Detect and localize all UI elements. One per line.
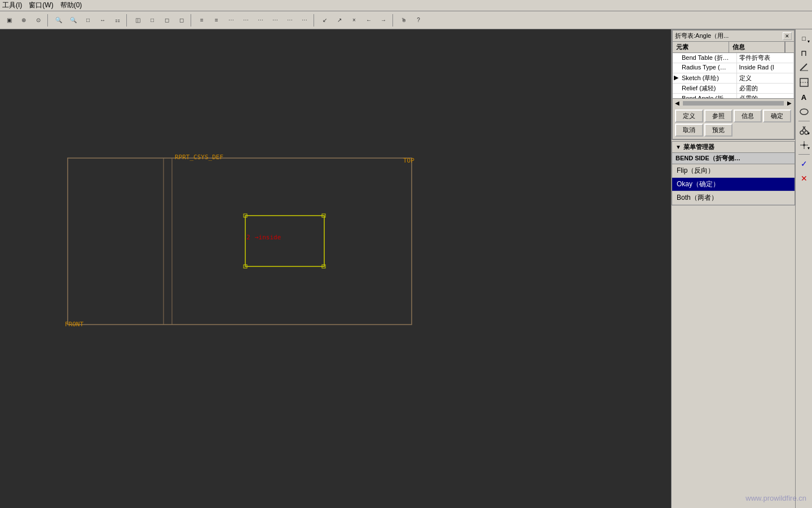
ft-arrow-3	[673, 84, 679, 93]
tb-dot2[interactable]: ⋯	[239, 14, 253, 27]
tb-line1[interactable]: ≡	[195, 14, 209, 27]
checkmark-icon: ✓	[801, 159, 807, 168]
svg-point-12	[800, 131, 804, 134]
main-layout: RPRT_CSYS_DEF TOP FRONT →inside 2 折弯表:An…	[0, 29, 812, 508]
ok-button[interactable]: 确定	[763, 110, 791, 122]
scroll-track[interactable]	[683, 101, 784, 106]
x-icon: ✕	[801, 174, 807, 183]
svg-rect-3	[245, 216, 324, 266]
ft-row-0[interactable]: Bend Table (折… 零件折弯表	[673, 53, 794, 63]
ellipse-icon	[799, 107, 809, 117]
canvas-area[interactable]: RPRT_CSYS_DEF TOP FRONT →inside 2	[0, 29, 671, 508]
tb-dot3[interactable]: ⋯	[254, 14, 267, 27]
tb-left[interactable]: ←	[362, 14, 376, 27]
ft-cell-element-2: Sketch (草绘)	[679, 73, 737, 83]
tb-add[interactable]: ⊕	[17, 14, 30, 27]
rt-square-tool[interactable]: □ ▾	[797, 32, 811, 45]
tb-arrow2[interactable]: ↗	[333, 14, 346, 27]
rt-separator-2	[798, 154, 810, 155]
sketch-inside-label: →inside	[255, 234, 281, 241]
menu-tools[interactable]: 工具(I)	[2, 1, 22, 10]
tb-zoom-out[interactable]: 🔍	[67, 14, 80, 27]
watermark: www.prowildfire.cn	[745, 494, 806, 502]
menu-manager-title: ▼ 菜单管理器	[672, 142, 795, 153]
ft-row-3[interactable]: Relief (减轻) 必需的	[673, 84, 794, 94]
label-front: FRONT	[65, 321, 83, 328]
ft-cell-element-0: Bend Table (折…	[679, 53, 737, 63]
rt-bend-up-tool[interactable]: ⊓	[797, 46, 811, 60]
rt-edge-tool[interactable]	[797, 76, 811, 89]
scroll-right-btn[interactable]: ▶	[785, 99, 794, 108]
tb-refit[interactable]: ↔	[96, 14, 109, 27]
ft-row-2[interactable]: ▶ Sketch (草绘) 定义	[673, 73, 794, 84]
rt-ellipse-tool[interactable]	[797, 105, 811, 119]
rt-text-tool[interactable]: A	[797, 90, 811, 104]
feature-table: 折弯表:Angle（用... ✕ 元素 信息 Bend Table (折… 零件…	[672, 29, 795, 140]
ft-arrow-0	[673, 53, 679, 63]
define-button[interactable]: 定义	[675, 110, 703, 122]
bend-up-icon: ⊓	[801, 49, 807, 58]
tb-view4[interactable]: ◻	[175, 14, 188, 27]
tb-cursor[interactable]: 🖱	[397, 14, 411, 27]
edge-icon	[799, 77, 809, 87]
svg-rect-0	[68, 158, 412, 325]
tb-zoom-in[interactable]: 🔍	[52, 14, 65, 27]
square-icon: □	[802, 35, 806, 42]
tb-right[interactable]: →	[377, 14, 390, 27]
tb-dot5[interactable]: ⋯	[283, 14, 297, 27]
preview-button[interactable]: 预览	[704, 124, 732, 137]
tb-circle[interactable]: ⊙	[32, 14, 45, 27]
ft-row-4[interactable]: Bend Angle (折… 必需的	[673, 94, 794, 98]
ft-row-1[interactable]: Radius Type (… Inside Rad (I	[673, 63, 794, 73]
ft-arrow-1	[673, 63, 679, 73]
info-button[interactable]: 信息	[734, 110, 762, 122]
text-icon: A	[801, 93, 806, 102]
tb-view1[interactable]: ◫	[131, 14, 144, 27]
tb-orient1[interactable]: ⚏	[111, 14, 124, 27]
cut-dropdown-icon: ▾	[807, 131, 810, 136]
tb-dot6[interactable]: ⋯	[298, 14, 311, 27]
scroll-left-btn[interactable]: ◀	[673, 99, 682, 108]
cancel-button[interactable]: 取消	[675, 124, 703, 137]
tb-line2[interactable]: ≡	[210, 14, 223, 27]
feature-table-body[interactable]: Bend Table (折… 零件折弯表 Radius Type (… Insi…	[673, 53, 794, 98]
mm-item-both[interactable]: Both（两者）	[672, 191, 795, 205]
rt-cut-tool[interactable]: ▾	[797, 124, 811, 137]
ft-arrow-4	[673, 94, 679, 98]
feature-table-hscroll[interactable]: ◀ ▶	[673, 98, 794, 107]
ft-arrow-2: ▶	[673, 73, 679, 83]
menu-help[interactable]: 帮助(0)	[60, 1, 82, 10]
tb-help[interactable]: ?	[412, 14, 425, 27]
menu-window[interactable]: 窗口(W)	[29, 1, 53, 10]
tb-view3[interactable]: ◻	[160, 14, 174, 27]
toolbar: ▣ ⊕ ⊙ 🔍 🔍 □ ↔ ⚏ ◫ □ ◻ ◻ ≡ ≡ ⋯ ⋯ ⋯ ⋯ ⋯ ⋯ …	[0, 11, 812, 29]
mm-item-okay[interactable]: Okay（确定）	[672, 178, 795, 191]
ft-cell-element-3: Relief (减轻)	[679, 84, 737, 93]
rt-ok-button[interactable]: ✓	[797, 157, 811, 170]
bend-line-icon	[799, 63, 809, 73]
tb-arrow1[interactable]: ↙	[318, 14, 332, 27]
svg-rect-9	[800, 78, 808, 86]
feature-table-close-button[interactable]: ✕	[783, 32, 792, 40]
tb-fit[interactable]: □	[81, 14, 95, 27]
ft-cell-info-2: 定义	[737, 73, 795, 83]
rt-bend-line-tool[interactable]	[797, 61, 811, 75]
tb-view2[interactable]: □	[145, 14, 159, 27]
menu-manager: ▼ 菜单管理器 BEND SIDE（折弯侧… Flip（反向） Okay（确定）…	[672, 141, 795, 205]
tb-cross[interactable]: ×	[347, 14, 361, 27]
feature-table-titlebar: 折弯表:Angle（用... ✕	[673, 30, 794, 42]
feature-table-header: 元素 信息	[673, 42, 794, 53]
tb-separator-2	[126, 14, 129, 27]
right-panel: 折弯表:Angle（用... ✕ 元素 信息 Bend Table (折… 零件…	[671, 29, 795, 508]
tb-select[interactable]: ▣	[2, 14, 16, 27]
svg-point-11	[800, 109, 808, 115]
refs-button[interactable]: 参照	[704, 110, 732, 122]
tb-separator-4	[314, 14, 316, 27]
tb-dot1[interactable]: ⋯	[224, 14, 238, 27]
col-element: 元素	[673, 42, 729, 52]
menu-bar: 工具(I) 窗口(W) 帮助(0)	[0, 0, 812, 11]
rt-point-tool[interactable]: ▾	[797, 138, 811, 152]
rt-cancel-button[interactable]: ✕	[797, 172, 811, 185]
tb-dot4[interactable]: ⋯	[268, 14, 282, 27]
mm-item-flip[interactable]: Flip（反向）	[672, 164, 795, 178]
